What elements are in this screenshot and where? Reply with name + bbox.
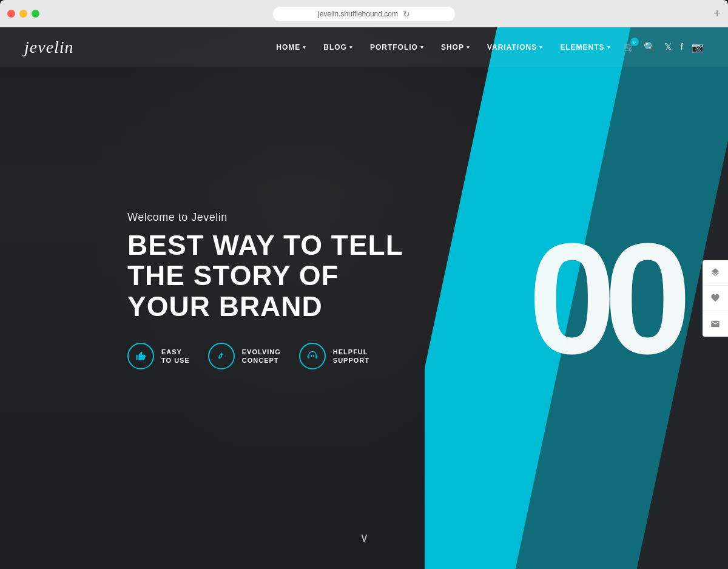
search-icon[interactable]: 🔍	[644, 41, 656, 53]
layers-icon[interactable]	[703, 260, 728, 286]
hero-content: Welcome to Jevelin BEST WAY TO TELL THE …	[127, 211, 419, 370]
website-container: 00 jevelin HOME ▾ BLOG ▾ PORTFOLIO ▾	[0, 27, 728, 569]
minimize-button[interactable]	[19, 10, 27, 18]
nav-link-home[interactable]: HOME ▾	[276, 43, 306, 52]
chevron-down-icon: ▾	[607, 44, 611, 50]
thumbs-up-icon	[127, 343, 154, 369]
right-sidebar	[703, 260, 728, 337]
scroll-down-arrow[interactable]: ∨	[360, 530, 369, 545]
hero-subtitle: Welcome to Jevelin	[127, 211, 419, 224]
nav-link-shop[interactable]: SHOP ▾	[441, 43, 470, 52]
nav-item-home[interactable]: HOME ▾	[276, 43, 306, 52]
address-bar[interactable]: jevelin.shufflehound.com ↻	[273, 7, 455, 21]
nav-item-elements[interactable]: ELEMENTS ▾	[560, 43, 610, 52]
nav-link-portfolio[interactable]: PORTFOLIO ▾	[370, 43, 424, 52]
chevron-down-icon: ▾	[303, 44, 306, 50]
heart-icon[interactable]	[703, 286, 728, 311]
headphones-icon	[299, 343, 326, 369]
nav-link-blog[interactable]: BLOG ▾	[323, 43, 353, 52]
feature-badges: EASYTO USE EVOLVINGCONCEPT	[127, 343, 419, 369]
hero-title: BEST WAY TO TELL THE STORY OF YOUR BRAND	[127, 230, 419, 322]
chevron-down-icon: ▾	[539, 44, 543, 50]
close-button[interactable]	[7, 10, 15, 18]
nav-links: HOME ▾ BLOG ▾ PORTFOLIO ▾ SHOP ▾	[276, 43, 610, 52]
nav-link-elements[interactable]: ELEMENTS ▾	[560, 43, 610, 52]
chevron-down-icon: ▾	[467, 44, 470, 50]
cart-icon[interactable]: 🛒 0	[623, 41, 635, 53]
evolving-concept-label: EVOLVINGCONCEPT	[242, 348, 281, 365]
feature-evolving-concept: EVOLVINGCONCEPT	[208, 343, 281, 369]
twitter-icon[interactable]: 𝕏	[664, 41, 672, 53]
logo[interactable]: jevelin	[24, 38, 74, 57]
instagram-icon[interactable]: 📷	[692, 41, 704, 53]
new-tab-button[interactable]: +	[713, 7, 721, 21]
nav-link-variations[interactable]: VARIATIONS ▾	[487, 43, 543, 52]
feature-helpful-support: HELPFULSUPPORT	[299, 343, 369, 369]
nav-item-blog[interactable]: BLOG ▾	[323, 43, 353, 52]
chevron-down-icon: ▾	[420, 44, 424, 50]
cart-badge: 0	[630, 38, 639, 46]
nav-icons: 🛒 0 🔍 𝕏 f 📷	[623, 41, 704, 53]
hero-big-numbers: 00	[528, 220, 679, 377]
facebook-icon[interactable]: f	[681, 42, 683, 53]
chevron-down-icon: ▾	[349, 44, 353, 50]
url-text: jevelin.shufflehound.com	[318, 10, 398, 18]
mail-icon[interactable]	[703, 311, 728, 337]
navbar: jevelin HOME ▾ BLOG ▾ PORTFOLIO ▾	[0, 27, 728, 67]
nav-item-variations[interactable]: VARIATIONS ▾	[487, 43, 543, 52]
waveform-icon	[208, 343, 235, 369]
helpful-support-label: HELPFULSUPPORT	[333, 348, 369, 365]
traffic-lights	[7, 10, 39, 18]
maximize-button[interactable]	[32, 10, 39, 18]
refresh-icon[interactable]: ↻	[403, 9, 410, 19]
feature-easy-to-use: EASYTO USE	[127, 343, 190, 369]
nav-item-shop[interactable]: SHOP ▾	[441, 43, 470, 52]
browser-chrome: jevelin.shufflehound.com ↻ +	[0, 0, 728, 27]
easy-to-use-label: EASYTO USE	[161, 348, 190, 365]
nav-item-portfolio[interactable]: PORTFOLIO ▾	[370, 43, 424, 52]
